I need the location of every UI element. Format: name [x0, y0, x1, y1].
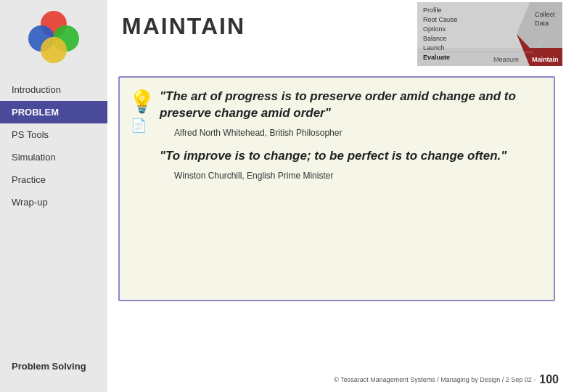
sidebar-item-ps-tools[interactable]: PS Tools — [0, 123, 107, 146]
lightbulb-icon: 💡 — [128, 89, 155, 114]
circle-yellow — [41, 37, 67, 63]
sidebar-item-practice[interactable]: Practice — [0, 168, 107, 191]
content-box: 💡 📄 "The art of progress is to preserve … — [118, 76, 555, 301]
sidebar-item-wrap-up[interactable]: Wrap-up — [0, 191, 107, 213]
svg-text:Balance: Balance — [423, 35, 447, 42]
svg-text:Options: Options — [423, 25, 446, 33]
quote1: "The art of progress is to preserve orde… — [160, 89, 539, 122]
footer: © Tessaract Management Systems / Managin… — [107, 373, 566, 386]
svg-text:Data: Data — [535, 20, 549, 27]
svg-text:Root Cause: Root Cause — [423, 16, 458, 23]
logo — [0, 0, 107, 73]
svg-text:Measure: Measure — [493, 56, 519, 63]
footer-copyright: © Tessaract Management Systems / Managin… — [334, 376, 536, 383]
sidebar-item-problem[interactable]: PROBLEM — [0, 101, 107, 123]
logo-circles — [28, 11, 79, 62]
document-icon: 📄 — [131, 118, 147, 134]
svg-text:Profile: Profile — [423, 7, 442, 14]
main-area: MAINTAIN Profile Root Cause Options Bala… — [107, 0, 566, 392]
svg-text:Launch: Launch — [423, 44, 445, 52]
sidebar-item-simulation[interactable]: Simulation — [0, 146, 107, 168]
sidebar-bottom-label: Problem Solving — [0, 355, 107, 377]
header: MAINTAIN Profile Root Cause Options Bala… — [107, 0, 566, 44]
quote2: "To improve is to change; to be perfect … — [160, 148, 539, 165]
footer-page-number: 100 — [539, 373, 559, 386]
svg-text:Maintain: Maintain — [532, 56, 559, 63]
svg-text:Collect: Collect — [535, 11, 555, 18]
attribution1: Alfred North Whitehead, British Philosop… — [160, 128, 539, 138]
svg-text:Evaluate: Evaluate — [423, 54, 450, 61]
nav-diagram: Profile Root Cause Options Balance Launc… — [417, 2, 562, 66]
sidebar: Introduction PROBLEM PS Tools Simulation… — [0, 0, 107, 392]
attribution2: Winston Churchill, English Prime Ministe… — [160, 171, 539, 181]
sidebar-nav: Introduction PROBLEM PS Tools Simulation… — [0, 78, 107, 213]
sidebar-item-introduction[interactable]: Introduction — [0, 78, 107, 101]
